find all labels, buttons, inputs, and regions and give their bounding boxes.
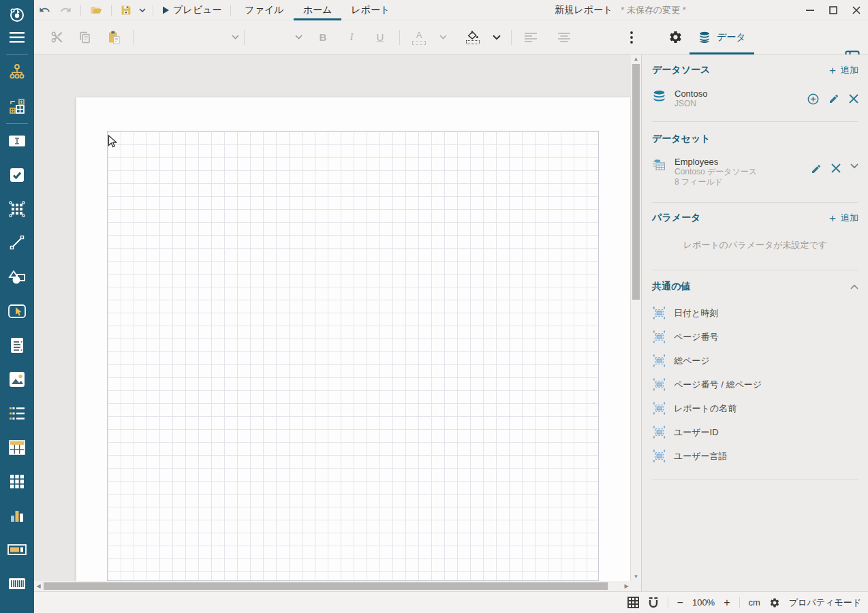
- underline-button[interactable]: U: [369, 26, 391, 49]
- tool-shape[interactable]: [0, 265, 34, 289]
- design-grid[interactable]: [107, 131, 599, 581]
- common-value-total-pages[interactable]: 総ページ: [652, 349, 858, 373]
- font-color-button[interactable]: A: [408, 26, 430, 49]
- maximize-icon: [829, 6, 837, 14]
- app-logo[interactable]: [0, 3, 34, 27]
- gear-icon: [668, 30, 683, 44]
- edit-dataset-button[interactable]: [811, 163, 822, 174]
- dataset-item-employees[interactable]: Employees Contoso データソース 8 フィールド: [652, 157, 858, 187]
- plus-circle-icon: [807, 93, 819, 105]
- delete-dataset-button[interactable]: [831, 163, 841, 173]
- font-size-select[interactable]: [249, 29, 303, 46]
- collapse-section-button[interactable]: [850, 284, 858, 289]
- line-icon: [8, 234, 26, 251]
- add-datasource-button[interactable]: + 追加: [829, 64, 858, 76]
- tool-select[interactable]: [0, 299, 34, 324]
- expand-dataset-button[interactable]: [850, 163, 858, 169]
- tool-line[interactable]: [0, 230, 34, 255]
- hamburger-menu-button[interactable]: [0, 25, 34, 50]
- vertical-scrollbar[interactable]: ▲ ▼: [631, 54, 641, 581]
- tool-layout[interactable]: [0, 94, 34, 119]
- align-center-button[interactable]: [553, 26, 575, 49]
- edit-datasource-button[interactable]: [828, 93, 839, 104]
- tool-placeholder[interactable]: [0, 197, 34, 221]
- scroll-right-arrow[interactable]: ▶: [622, 581, 631, 591]
- fill-color-dropdown[interactable]: [491, 26, 503, 49]
- save-dropdown-button[interactable]: [136, 1, 149, 20]
- window-controls: [799, 1, 868, 20]
- horizontal-scrollbar-thumb[interactable]: [44, 582, 608, 590]
- scroll-down-arrow[interactable]: ▼: [631, 572, 641, 581]
- tool-barcode[interactable]: [0, 571, 34, 596]
- panel-divider: [652, 270, 858, 270]
- snap-to-grid-button[interactable]: [648, 597, 659, 608]
- tool-checkbox[interactable]: [0, 163, 34, 187]
- mode-settings-button[interactable]: [769, 597, 780, 608]
- font-family-select[interactable]: [138, 29, 239, 46]
- tool-richtext[interactable]: [0, 333, 34, 358]
- datasource-item-contoso[interactable]: Contoso JSON: [652, 89, 858, 109]
- open-folder-icon: [90, 5, 102, 15]
- common-value-report-name[interactable]: レポートの名前: [652, 396, 858, 420]
- tool-image[interactable]: [0, 367, 34, 392]
- minimize-button[interactable]: [799, 1, 822, 20]
- menu-tab-report[interactable]: レポート: [341, 0, 399, 20]
- report-page[interactable]: [76, 97, 630, 581]
- common-value-page-number[interactable]: ページ番号: [652, 325, 858, 349]
- font-color-dropdown[interactable]: [437, 26, 449, 49]
- property-mode-label[interactable]: プロパティモード: [789, 597, 861, 609]
- common-value-page-of-total[interactable]: ページ番号 / 総ページ: [652, 373, 858, 396]
- data-panel-tab[interactable]: データ: [689, 20, 754, 54]
- barcode-icon: [8, 578, 26, 590]
- font-color-label: A: [416, 30, 422, 40]
- tool-chart[interactable]: [0, 503, 34, 528]
- common-value-user-id[interactable]: ユーザーID: [652, 420, 858, 444]
- zoom-out-button[interactable]: −: [677, 597, 683, 608]
- undo-button[interactable]: [34, 1, 55, 20]
- tool-list[interactable]: [0, 401, 34, 426]
- settings-button[interactable]: [664, 26, 686, 49]
- grid-toggle-button[interactable]: [627, 597, 639, 608]
- common-value-user-language[interactable]: ユーザー言語: [652, 444, 858, 468]
- unit-label[interactable]: cm: [749, 597, 760, 608]
- tool-matrix[interactable]: [0, 469, 34, 494]
- tool-bullet[interactable]: [0, 537, 34, 562]
- tool-report-explorer[interactable]: [0, 59, 34, 84]
- maximize-button[interactable]: [822, 1, 845, 20]
- toolbar: B I U A: [34, 20, 868, 54]
- scroll-up-arrow[interactable]: ▲: [631, 54, 641, 63]
- scroll-left-arrow[interactable]: ◀: [34, 581, 43, 591]
- menu-tab-file[interactable]: ファイル: [235, 0, 293, 20]
- grid-icon: [627, 597, 639, 608]
- tool-table[interactable]: [0, 435, 34, 460]
- horizontal-scrollbar[interactable]: ◀ ▶: [34, 581, 631, 591]
- italic-button[interactable]: I: [341, 26, 362, 49]
- paste-button[interactable]: [103, 26, 125, 49]
- bold-button[interactable]: B: [312, 26, 334, 49]
- save-button[interactable]: [116, 1, 136, 20]
- menu-tab-home[interactable]: ホーム: [294, 0, 342, 20]
- chevron-down-icon: [232, 35, 239, 40]
- zoom-in-button[interactable]: +: [724, 597, 730, 608]
- copy-button[interactable]: [74, 26, 96, 49]
- fill-color-button[interactable]: [462, 26, 484, 49]
- more-options-button[interactable]: [621, 26, 642, 49]
- datasources-title: データソース: [652, 64, 710, 76]
- data-tab-label: データ: [717, 31, 746, 44]
- align-left-button[interactable]: [520, 26, 542, 49]
- open-button[interactable]: [85, 1, 107, 20]
- tool-textbox[interactable]: [0, 129, 34, 153]
- vertical-scrollbar-thumb[interactable]: [632, 64, 640, 300]
- add-dataset-to-source-button[interactable]: [807, 93, 819, 105]
- add-parameter-button[interactable]: + 追加: [829, 212, 858, 224]
- preview-button[interactable]: プレビュー: [157, 1, 226, 20]
- select-cursor-icon: [7, 304, 27, 319]
- close-button[interactable]: [845, 1, 868, 20]
- delete-datasource-button[interactable]: [849, 94, 858, 104]
- redo-button[interactable]: [55, 1, 76, 20]
- paint-bucket-icon: [467, 31, 479, 40]
- table-icon: [8, 439, 26, 456]
- common-value-datetime[interactable]: 日付と時刻: [652, 301, 858, 325]
- cut-button[interactable]: [46, 26, 67, 49]
- common-values-title: 共通の値: [652, 281, 690, 293]
